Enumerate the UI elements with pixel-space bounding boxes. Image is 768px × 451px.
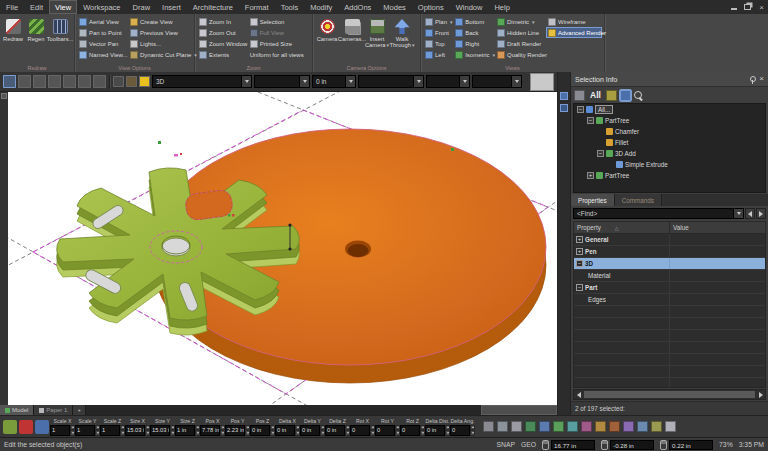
property-row-3d[interactable]: −3D	[574, 258, 765, 270]
menu-item-addons[interactable]: AddOns	[338, 0, 377, 14]
ribbon-item-dynamic-cut-plane[interactable]: Dynamic Cut Plane▾	[128, 49, 192, 60]
menu-item-architecture[interactable]: Architecture	[187, 0, 239, 14]
ribbon-item-extents[interactable]: Extents	[197, 49, 248, 60]
field-stepper[interactable]	[470, 425, 475, 436]
ribbon-item-aerial-view[interactable]: Aerial View	[77, 16, 128, 27]
coordinate-input[interactable]: 16.77 in	[551, 440, 595, 450]
ortho-mode-icon[interactable]	[497, 421, 508, 432]
graphic-select-icon[interactable]	[620, 90, 631, 101]
field-input[interactable]: 1	[50, 425, 70, 436]
ribbon-item-vector-pan[interactable]: Vector Pan	[77, 38, 128, 49]
ribbon-item-printed-size[interactable]: Printed Size	[248, 38, 310, 49]
menu-item-help[interactable]: Help	[488, 0, 515, 14]
menu-item-modes[interactable]: Modes	[377, 0, 412, 14]
ribbon-item-regen[interactable]: Regen	[25, 16, 47, 42]
add-sheet-button[interactable]: +	[73, 405, 86, 415]
hatch-combo[interactable]	[426, 75, 470, 88]
coordinate-input[interactable]: -0.28 in	[610, 440, 654, 450]
menu-item-draw[interactable]: Draw	[127, 0, 157, 14]
field-input[interactable]: 0 in	[250, 425, 270, 436]
green-sprocket-part[interactable]	[57, 168, 300, 335]
ribbon-item-dimetric[interactable]: Dimetric▾	[495, 16, 546, 27]
tree-item-parttree[interactable]: −PartTree	[574, 115, 765, 126]
collapse-icon[interactable]: −	[587, 117, 594, 124]
text-style-combo[interactable]	[472, 75, 522, 88]
ribbon-item-draft-render[interactable]: Draft Render	[495, 38, 546, 49]
menu-item-insert[interactable]: Insert	[156, 0, 187, 14]
property-column-header[interactable]: Property	[577, 224, 601, 231]
ribbon-item-wireframe[interactable]: Wireframe	[546, 16, 602, 27]
snap-grid-icon[interactable]	[525, 421, 536, 432]
collapse-icon[interactable]: −	[597, 150, 604, 157]
pen-style-combo[interactable]	[254, 75, 310, 88]
ribbon-item-pan-to-point[interactable]: Pan to Point	[77, 27, 128, 38]
line-pattern-combo[interactable]	[358, 75, 424, 88]
panel-mode-icon[interactable]	[574, 90, 585, 101]
find-prev-button[interactable]	[745, 208, 755, 219]
coord-system-icon[interactable]	[483, 421, 494, 432]
field-input[interactable]: 0 in	[300, 425, 320, 436]
ribbon-item-previous-view[interactable]: Previous View	[128, 27, 192, 38]
property-row-general[interactable]: +General	[574, 234, 765, 246]
ribbon-item-zoom-in[interactable]: Zoom In	[197, 16, 248, 27]
ribbon-item-left[interactable]: Left	[423, 49, 453, 60]
ribbon-item-selection[interactable]: Selection	[248, 16, 310, 27]
fill-color-swatch[interactable]	[139, 76, 150, 87]
scrollbar-thumb[interactable]	[584, 391, 755, 398]
collapse-icon[interactable]: −	[576, 260, 583, 267]
selector-properties-icon[interactable]	[3, 420, 17, 434]
expand-icon[interactable]: +	[576, 236, 583, 243]
menu-item-view[interactable]: View	[49, 0, 77, 14]
deselect-icon[interactable]	[19, 420, 33, 434]
coordinate-input[interactable]: 0.22 in	[669, 440, 713, 450]
ribbon-item-cameras-[interactable]: Cameras...	[340, 16, 364, 42]
ribbon-item-quality-render[interactable]: Quality Render	[495, 49, 546, 60]
ribbon-item-lights-[interactable]: Lights...	[128, 38, 192, 49]
snap-vertex-icon[interactable]	[539, 421, 550, 432]
select-all-button[interactable]: All	[588, 90, 603, 100]
combo-dropdown-icon[interactable]	[511, 76, 521, 87]
ribbon-item-create-view[interactable]: Create View	[128, 16, 192, 27]
menu-item-options[interactable]: Options	[412, 0, 450, 14]
find-next-button[interactable]	[756, 208, 766, 219]
field-input[interactable]: 0 in	[425, 425, 445, 436]
ribbon-item-back[interactable]: Back	[453, 27, 495, 38]
ribbon-item-bottom[interactable]: Bottom	[453, 16, 495, 27]
tree-item-parttree[interactable]: +PartTree	[574, 170, 765, 181]
tree-item-chamfer[interactable]: Chamfer	[574, 126, 765, 137]
tab-commands[interactable]: Commands	[615, 194, 662, 206]
property-row-pen[interactable]: +Pen	[574, 246, 765, 258]
tree-item-simple-extrude[interactable]: Simple Extrude	[574, 159, 765, 170]
snap-quadrant-icon[interactable]	[609, 421, 620, 432]
ribbon-item-camera[interactable]: Camera	[315, 16, 339, 42]
ribbon-item-hidden-line[interactable]: Hidden Line	[495, 27, 546, 38]
ribbon-item-redraw[interactable]: Redraw	[2, 16, 24, 42]
collapse-icon[interactable]: −	[577, 106, 584, 113]
design-director-icon[interactable]	[560, 92, 568, 100]
combo-dropdown-icon[interactable]	[299, 76, 309, 87]
selection-info-dock-icon[interactable]	[560, 104, 568, 112]
field-input[interactable]: 0	[350, 425, 370, 436]
pen-color-icon[interactable]	[113, 76, 124, 87]
expand-icon[interactable]: +	[587, 172, 594, 179]
ribbon-item-insert-camera[interactable]: Insert Camera▾	[365, 16, 389, 48]
field-input[interactable]: 0	[450, 425, 470, 436]
hand-pan-icon[interactable]	[33, 75, 46, 88]
menu-item-edit[interactable]: Edit	[24, 0, 49, 14]
field-input[interactable]: 0 in	[275, 425, 295, 436]
edit-node-icon[interactable]	[18, 75, 31, 88]
field-input[interactable]: 1	[75, 425, 95, 436]
scroll-left-icon[interactable]	[574, 390, 583, 399]
tree-item-all-[interactable]: −All...	[574, 104, 765, 115]
angle-constraint-icon[interactable]	[511, 421, 522, 432]
field-input[interactable]: 0	[375, 425, 395, 436]
tree-filter-icon[interactable]	[606, 90, 617, 101]
ribbon-item-named-view-[interactable]: Named View...	[77, 49, 128, 60]
sheet-tab-model[interactable]: Model	[0, 405, 34, 415]
panel-close-icon[interactable]: ×	[759, 75, 764, 83]
selection-table-icon[interactable]	[35, 420, 49, 434]
sheet-tab-paper-1[interactable]: Paper 1	[34, 405, 73, 415]
property-row-edges[interactable]: Edges	[574, 294, 765, 306]
sort-icon[interactable]: △	[615, 225, 619, 231]
find-combo[interactable]: <Find>	[573, 208, 744, 219]
